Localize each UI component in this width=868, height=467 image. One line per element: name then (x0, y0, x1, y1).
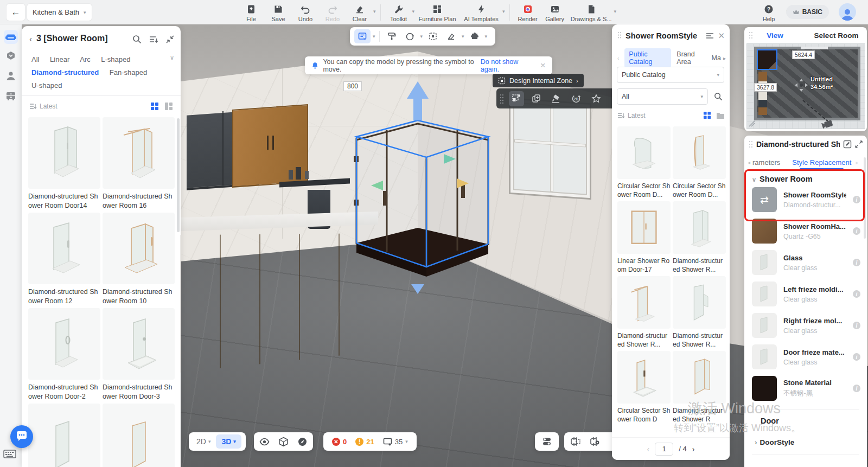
tab-select-room[interactable]: Select Room (806, 31, 867, 40)
sort-icon[interactable] (617, 112, 625, 119)
tabs-scroll-left-icon[interactable]: ‹ (617, 55, 619, 61)
plan-badge[interactable]: BASIC (786, 5, 829, 19)
chat-support-button[interactable] (10, 425, 33, 448)
style-item[interactable]: Diamond-structured Shower R (673, 351, 726, 424)
rotate-2d-tool[interactable]: 2D (569, 91, 584, 106)
chevron-down-icon[interactable]: ▾ (485, 34, 488, 39)
catalog-item[interactable]: Diamond-structured Shower Room 16 (103, 117, 175, 210)
help-button[interactable]: ? Help (755, 1, 782, 22)
copy-tool[interactable] (529, 91, 544, 106)
tab-ma[interactable]: Ma (712, 54, 721, 62)
views-counter[interactable]: 35 ▾ (379, 438, 412, 446)
format-painter-tool[interactable] (384, 29, 400, 43)
clear-button[interactable]: Clear (346, 1, 373, 22)
filter-diamond-structured[interactable]: Diamond-structured (31, 68, 99, 76)
select-region-tool[interactable] (425, 29, 441, 43)
rename-icon[interactable] (843, 140, 852, 149)
material-row[interactable]: ⇄ Shower RoomStyle Diamond-structur... i (752, 187, 860, 213)
rail-profile-icon[interactable] (4, 69, 18, 83)
next-page-icon[interactable]: › (692, 445, 695, 453)
mode-3d-button[interactable]: 3D▾ (216, 434, 241, 449)
rail-brand-icon[interactable] (4, 49, 18, 63)
chevron-down-icon[interactable]: ▾ (502, 9, 505, 14)
gallery-button[interactable]: Gallery (541, 1, 569, 22)
category-select[interactable]: All▾ (617, 88, 708, 105)
mode-2d-button[interactable]: 2D▾ (191, 437, 216, 446)
material-row[interactable]: Left frieze moldi... Clear glass i (752, 281, 860, 307)
info-icon[interactable]: i (853, 196, 860, 203)
ai-templates-button[interactable]: AI Templates (460, 1, 502, 22)
design-internal-zone-button[interactable]: Design Internal Zone › (493, 74, 584, 87)
info-icon[interactable]: i (853, 385, 860, 392)
info-icon[interactable]: i (853, 353, 860, 361)
minimap-selected-model[interactable] (757, 49, 777, 70)
camera-select-icon[interactable] (570, 437, 580, 446)
style-item[interactable]: Circular Sector Shower Room D (617, 351, 671, 424)
clean-tool[interactable] (443, 29, 459, 43)
info-icon[interactable]: i (853, 322, 860, 329)
door-style-group[interactable]: ›DoorStyle (755, 438, 794, 446)
style-item[interactable]: Diamond-structured Shower R... (617, 276, 671, 349)
filter-linear[interactable]: Linear (50, 55, 69, 63)
scrollbar[interactable] (177, 118, 180, 232)
redo-button[interactable]: Redo (319, 1, 346, 22)
tab-view[interactable]: View (744, 31, 806, 40)
drag-handle-icon[interactable] (749, 140, 753, 148)
catalog-item-partial[interactable] (28, 404, 100, 467)
filter-u-shaped[interactable]: U-shaped (31, 81, 62, 89)
material-brush-tool[interactable] (548, 91, 564, 106)
catalog-item[interactable]: Diamond-structured Shower Room Door14 (28, 117, 100, 210)
tabs-scroll-right-icon[interactable]: ▸ (723, 55, 726, 61)
folder-view-icon[interactable] (716, 112, 725, 119)
material-row[interactable]: Door frieze mate... Clear glass i (752, 344, 860, 370)
search-icon[interactable] (132, 35, 142, 44)
chevron-down-icon[interactable]: ▾ (373, 34, 375, 39)
chevron-down-icon[interactable]: ▾ (462, 34, 464, 39)
close-icon[interactable]: ✕ (540, 61, 546, 69)
tabs-scroll-right-icon[interactable]: ▸ (856, 159, 858, 165)
save-button[interactable]: Save (265, 1, 292, 22)
material-row[interactable]: Shower RoomHa... Quartz -G65 i (752, 218, 860, 244)
window[interactable] (509, 98, 591, 200)
walkthrough-gauge-icon[interactable] (297, 437, 308, 447)
expand-icon[interactable] (855, 140, 863, 148)
keyboard-shortcuts-icon[interactable] (3, 449, 16, 461)
drawings-button[interactable]: Drawings & S... (569, 1, 614, 22)
minimap[interactable]: 5624.4 3627.8 Untitled 34.56m² (746, 43, 865, 129)
grid-view-icon[interactable] (150, 102, 159, 111)
panel-back-icon[interactable]: ‹ (29, 34, 32, 43)
drag-handle-icon[interactable] (617, 31, 622, 40)
chevron-down-icon[interactable]: ▾ (373, 9, 376, 14)
catalog-item[interactable]: Diamond-structured Shower Room 10 (103, 213, 175, 306)
tab-parameters[interactable]: rameters (752, 158, 780, 167)
back-button[interactable]: ← (7, 4, 25, 21)
close-icon[interactable]: ✕ (718, 31, 725, 41)
furniture-plan-button[interactable]: Furniture Plan (414, 1, 460, 22)
minimap-move-cross[interactable] (794, 78, 808, 92)
tab-public-catalog[interactable]: Public Catalog (624, 48, 671, 68)
plugins-tool[interactable] (467, 29, 483, 43)
style-item[interactable]: Linear Shower Room Door-17 (617, 201, 671, 274)
camera-settings-icon[interactable] (589, 437, 600, 446)
shower-enclosure-selection[interactable] (326, 76, 526, 315)
filter-arc[interactable]: Arc (80, 55, 91, 63)
minimap-camera-icon[interactable] (821, 118, 835, 129)
info-icon[interactable]: i (853, 290, 860, 298)
undo-button[interactable]: Undo (292, 1, 319, 22)
catalog-select[interactable]: Public Catalog▾ (617, 67, 724, 83)
collapse-icon[interactable] (166, 35, 174, 43)
toolkit-button[interactable]: Toolkit (385, 1, 412, 22)
tab-style-replacement[interactable]: Style Replacement (792, 158, 851, 167)
page-input[interactable] (655, 443, 673, 456)
sort-icon[interactable] (29, 103, 37, 110)
style-item[interactable]: Diamond-structured Shower R... (673, 276, 726, 349)
chevron-down-icon[interactable]: ▾ (614, 9, 617, 14)
material-row[interactable]: Glass Clear glass i (752, 250, 860, 276)
workspace-select[interactable]: Kitchen & Bath ▾ (27, 4, 92, 21)
avatar[interactable] (839, 3, 856, 21)
drag-handle-icon[interactable] (749, 31, 753, 39)
info-icon[interactable]: i (853, 259, 860, 266)
rail-storage-icon[interactable] (4, 88, 18, 103)
scrollbar[interactable] (864, 157, 866, 239)
sort-label[interactable]: Latest (40, 103, 58, 110)
